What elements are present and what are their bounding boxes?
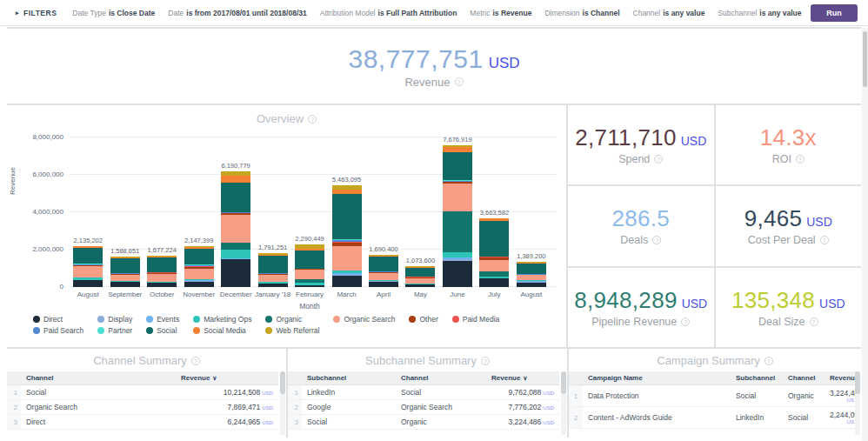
- bar-segment-marketing-ops[interactable]: [221, 250, 250, 258]
- table-scrollbar[interactable]: [855, 371, 860, 435]
- bar-group-february[interactable]: 2,290,449: [291, 137, 328, 287]
- bar-stack[interactable]: [221, 171, 250, 287]
- legend-item-social[interactable]: Social: [146, 326, 179, 335]
- legend-item-direct[interactable]: Direct: [33, 315, 83, 324]
- table-row[interactable]: 3Direct6,244,965USD: [7, 415, 278, 430]
- filter-item-date[interactable]: Dateis from 2017/08/01 until 2018/08/31: [168, 9, 306, 17]
- bar-group-june[interactable]: 7,676,919: [439, 137, 476, 287]
- sort-desc-icon[interactable]: ∨: [212, 375, 217, 381]
- sort-desc-icon[interactable]: ∨: [523, 375, 527, 381]
- bar-segment-organic-search[interactable]: [443, 184, 472, 211]
- info-icon[interactable]: ?: [796, 155, 805, 164]
- bar-group-september[interactable]: 1,588,651: [106, 137, 143, 287]
- legend-item-marketing-ops[interactable]: Marketing Ops: [193, 315, 251, 324]
- bar-stack[interactable]: [147, 256, 177, 287]
- run-button[interactable]: Run: [811, 4, 858, 22]
- column-header-subchannel[interactable]: Subchannel: [302, 371, 396, 385]
- table-row[interactable]: 1Social10,214,508USD: [7, 385, 278, 400]
- bar-segment-direct[interactable]: [479, 278, 509, 287]
- scrollbar-thumb[interactable]: [561, 371, 566, 394]
- table-row[interactable]: 1Data ProtectionSocialOrganic3,224,48US: [569, 385, 859, 407]
- bar-segment-organic-search[interactable]: [295, 270, 324, 279]
- table-scrollbar[interactable]: [561, 371, 566, 435]
- legend-item-paid-search[interactable]: Paid Search: [33, 326, 83, 335]
- bar-group-november[interactable]: 2,147,399: [180, 137, 217, 287]
- table-row[interactable]: 2Content - AdWords GuideLinkedInSocial2,…: [569, 407, 859, 429]
- bar-segment-direct[interactable]: [405, 284, 435, 287]
- bar-stack[interactable]: [73, 246, 103, 287]
- info-icon[interactable]: ?: [820, 236, 829, 244]
- bar-group-march[interactable]: 5,463,095: [328, 137, 364, 287]
- filter-item-date-type[interactable]: Date Typeis Close Date: [72, 9, 155, 17]
- scrollbar-thumb[interactable]: [280, 371, 285, 394]
- info-icon[interactable]: ?: [455, 77, 464, 86]
- filter-item-metric[interactable]: Metricis Revenue: [470, 9, 531, 17]
- bar-segment-direct[interactable]: [73, 280, 103, 287]
- bar-segment-social[interactable]: [295, 251, 324, 269]
- bar-segment-organic-search[interactable]: [369, 273, 398, 280]
- bar-segment-direct[interactable]: [369, 282, 398, 287]
- table-row[interactable]: 1LinkedInSocial9,762,088USD: [288, 385, 559, 400]
- filters-toggle[interactable]: ▸ FILTERS: [16, 9, 57, 17]
- legend-item-other[interactable]: Other: [409, 315, 437, 324]
- bar-group-december[interactable]: 6,190,779: [217, 137, 254, 287]
- column-header-revenue[interactable]: Revenue∨: [176, 371, 278, 385]
- bar-segment-social[interactable]: [443, 152, 472, 180]
- bar-segment-organic-search[interactable]: [184, 269, 214, 279]
- filter-item-dimension[interactable]: Dimensionis Channel: [544, 9, 619, 17]
- bar-segment-organic-search[interactable]: [332, 246, 362, 271]
- bar-segment-organic-search[interactable]: [147, 274, 177, 282]
- bar-segment-direct[interactable]: [443, 261, 472, 287]
- column-header-channel[interactable]: Channel: [21, 371, 176, 385]
- bar-segment-organic-search[interactable]: [110, 275, 140, 281]
- table-row[interactable]: 2GoogleOrganic Search7,776,202USD: [288, 400, 559, 415]
- column-header-campaign-name[interactable]: Campaign Name: [583, 371, 731, 385]
- bar-stack[interactable]: [110, 257, 140, 287]
- scrollbar-thumb[interactable]: [863, 31, 867, 87]
- bar-stack[interactable]: [184, 246, 214, 287]
- bar-segment-social[interactable]: [479, 221, 509, 257]
- bar-segment-organic-search[interactable]: [258, 275, 288, 282]
- bar-segment-direct[interactable]: [221, 259, 250, 287]
- legend-item-organic[interactable]: Organic: [265, 315, 319, 324]
- legend-item-paid-media[interactable]: Paid Media: [452, 315, 500, 324]
- info-icon[interactable]: ?: [652, 236, 661, 244]
- bar-segment-direct[interactable]: [295, 285, 324, 287]
- bar-segment-direct[interactable]: [517, 283, 546, 287]
- bar-stack[interactable]: [295, 244, 324, 287]
- column-header-channel[interactable]: Channel: [783, 371, 825, 385]
- filter-item-attribution-model[interactable]: Attribution Modelis Full Path Attributio…: [320, 9, 457, 17]
- info-icon[interactable]: ?: [191, 357, 200, 365]
- bar-group-october[interactable]: 1,677,224: [144, 137, 180, 287]
- bar-group-august[interactable]: 1,389,200: [513, 137, 550, 287]
- bar-segment-organic[interactable]: [443, 211, 472, 252]
- bar-segment-direct[interactable]: [332, 276, 362, 287]
- bar-segment-organic-search[interactable]: [479, 260, 509, 271]
- bar-group-may[interactable]: 1,073,600: [402, 137, 438, 287]
- info-icon[interactable]: ?: [681, 317, 690, 326]
- bar-segment-social[interactable]: [147, 257, 177, 272]
- table-row[interactable]: 3SocialOrganic3,224,486USD: [288, 415, 559, 430]
- bar-segment-social-media[interactable]: [221, 176, 250, 183]
- page-scrollbar[interactable]: [862, 28, 868, 441]
- table-scrollbar[interactable]: [280, 371, 285, 435]
- bar-segment-social[interactable]: [110, 258, 140, 273]
- legend-item-partner[interactable]: Partner: [97, 326, 132, 335]
- column-header-channel[interactable]: Channel: [396, 371, 486, 385]
- bar-stack[interactable]: [332, 185, 362, 287]
- bar-segment-organic-search[interactable]: [221, 215, 250, 243]
- bar-group-august[interactable]: 2,135,202: [70, 137, 106, 287]
- bar-segment-social[interactable]: [405, 268, 435, 277]
- filter-item-subchannel[interactable]: Subchannelis any value: [718, 9, 801, 17]
- column-header-revenue[interactable]: Revenue∨: [486, 371, 559, 385]
- bar-segment-organic[interactable]: [221, 243, 250, 250]
- info-icon[interactable]: ?: [654, 155, 663, 164]
- bar-segment-social[interactable]: [517, 264, 546, 274]
- bar-segment-social[interactable]: [369, 257, 398, 271]
- bar-segment-social[interactable]: [332, 194, 362, 239]
- bar-segment-social[interactable]: [184, 249, 214, 264]
- bar-group-april[interactable]: 1,690,400: [365, 137, 402, 287]
- info-icon[interactable]: ?: [765, 357, 773, 365]
- legend-item-web-referral[interactable]: Web Referral: [265, 326, 319, 335]
- legend-item-display[interactable]: Display: [97, 315, 132, 324]
